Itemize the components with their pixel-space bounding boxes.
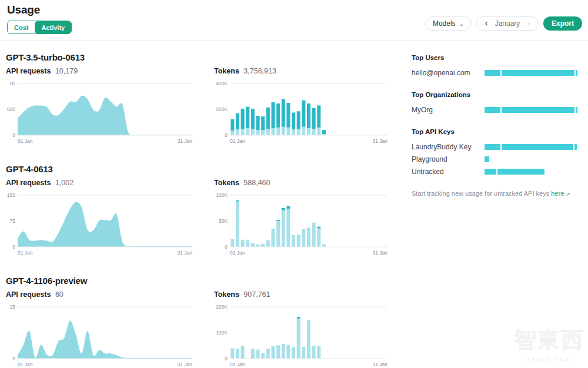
svg-text:01 Jan: 01 Jan [18,250,33,256]
tokens-block: Tokens 588,460 100K50K001 Jan31 Jan [214,179,390,257]
tokens-value: 588,460 [243,179,270,187]
footnote-text: Start tracking new usage for untracked A… [412,190,549,197]
model-section-gpt-3.5-turbo-0613: GPT-3.5-turbo-0613 API requests 10,179 1… [6,52,401,146]
api-requests-block: API requests 10,179 1K500001 Jan31 Jan [6,67,195,146]
svg-text:200K: 200K [216,106,228,112]
usage-bar [485,107,577,113]
usage-row-label: LaundryBuddy Key [412,143,485,151]
prev-month-button[interactable]: ‹ [482,19,491,28]
model-title: GPT-3.5-turbo-0613 [6,52,401,62]
usage-bar-segment [502,107,574,113]
tokens-value: 3,756,913 [243,67,276,75]
svg-text:200K: 200K [216,304,228,310]
sidebar-group: Top OrganizationsMyOrg [412,91,577,114]
tab-activity[interactable]: Activity [35,21,71,34]
tokens-label: Tokens [214,179,239,187]
usage-bar-segment [485,70,500,76]
api-requests-value: 10,179 [55,67,78,75]
usage-bar-segment [485,107,500,113]
usage-bar-segment [574,144,577,150]
tab-cost[interactable]: Cost [8,21,35,34]
usage-bar-segment [502,70,574,76]
here-link[interactable]: here [551,190,564,197]
usage-bar-segment [485,169,496,175]
charts-column: GPT-3.5-turbo-0613 API requests 10,179 1… [6,52,401,368]
month-label: January [492,19,523,28]
svg-text:0: 0 [225,132,228,138]
usage-bar [485,169,577,175]
model-section-gpt-4-1106-preview: GPT-4-1106-preview API requests 60 15001… [6,276,401,368]
api-requests-block: API requests 60 15001 Jan31 Jan [6,290,195,368]
svg-text:31 Jan: 31 Jan [372,138,387,144]
tokens-bar-chart: 400K200K001 Jan31 Jan [214,76,390,146]
usage-row-label: Untracked [412,168,485,176]
svg-text:31 Jan: 31 Jan [372,250,387,256]
svg-text:1K: 1K [9,81,16,86]
tokens-bar-chart: 200K100K001 Jan31 Jan [214,300,390,368]
api-requests-value: 60 [55,290,64,299]
usage-bar [485,70,577,76]
usage-row-label: hello@openai.com [412,69,485,77]
sidebar-usage-row: hello@openai.com [412,69,577,77]
svg-text:150: 150 [7,192,15,198]
model-title: GPT-4-0613 [6,164,401,174]
svg-text:01 Jan: 01 Jan [230,362,245,367]
api-requests-label: API requests [6,179,51,187]
tokens-block: Tokens 3,756,913 400K200K001 Jan31 Jan [214,67,390,146]
next-month-button[interactable]: › [524,19,533,28]
usage-bar-segment [497,169,545,175]
page-title: Usage [7,4,581,16]
model-title: GPT-4-1106-preview [6,276,401,286]
usage-bar [485,156,577,162]
sidebar-group-title: Top API Keys [412,128,577,135]
chevron-down-icon: ⌄ [459,21,464,27]
sidebar-usage-row: MyOrg [412,106,577,114]
untracked-footnote: Start tracking new usage for untracked A… [412,190,577,197]
svg-text:31 Jan: 31 Jan [177,250,192,256]
sidebar-group: Top Usershello@openai.com [412,54,577,77]
page-header: Usage Cost Activity Models ⌄ ‹ January ›… [0,0,588,35]
tokens-label: Tokens [214,290,239,299]
sidebar-group-title: Top Users [412,54,577,61]
svg-text:31 Jan: 31 Jan [177,138,192,144]
sidebar: Top Usershello@openai.comTop Organizatio… [401,52,577,368]
svg-text:0: 0 [12,356,15,362]
models-dropdown[interactable]: Models ⌄ [425,16,472,31]
svg-text:100K: 100K [216,192,228,198]
svg-text:0: 0 [12,244,15,250]
sidebar-usage-row: Playground [412,155,577,163]
svg-text:0: 0 [12,132,15,138]
month-navigator: ‹ January › [476,16,539,31]
api-requests-area-chart: 1K500001 Jan31 Jan [6,76,195,146]
cost-activity-toggle: Cost Activity [7,21,72,34]
svg-text:400K: 400K [216,81,228,86]
api-requests-label: API requests [6,67,51,75]
tokens-value: 907,761 [243,290,270,299]
export-button[interactable]: Export [543,16,582,31]
svg-text:100K: 100K [216,330,228,336]
usage-bar-segment [576,107,577,113]
svg-text:01 Jan: 01 Jan [18,362,33,367]
models-dropdown-label: Models [433,19,456,28]
sidebar-group-title: Top Organizations [412,91,577,98]
svg-text:500: 500 [7,106,15,112]
usage-bar-segment [485,156,489,162]
svg-text:31 Jan: 31 Jan [177,362,192,367]
usage-row-label: MyOrg [412,106,485,114]
svg-text:01 Jan: 01 Jan [230,138,245,144]
usage-bar-segment [576,70,577,76]
main-content: GPT-3.5-turbo-0613 API requests 10,179 1… [0,41,588,368]
sidebar-group: Top API KeysLaundryBuddy KeyPlaygroundUn… [412,128,577,176]
svg-text:50K: 50K [219,218,228,224]
svg-text:15: 15 [10,304,16,310]
tokens-bar-chart: 100K50K001 Jan31 Jan [214,188,390,257]
usage-bar-segment [485,144,500,150]
api-requests-area-chart: 15001 Jan31 Jan [6,300,195,368]
svg-text:75: 75 [10,218,16,224]
usage-bar [485,144,577,150]
svg-text:0: 0 [225,356,228,362]
api-requests-value: 1,002 [55,179,74,187]
sidebar-usage-row: LaundryBuddy Key [412,143,577,151]
sidebar-groups: Top Usershello@openai.comTop Organizatio… [412,54,577,176]
svg-text:01 Jan: 01 Jan [18,138,33,144]
